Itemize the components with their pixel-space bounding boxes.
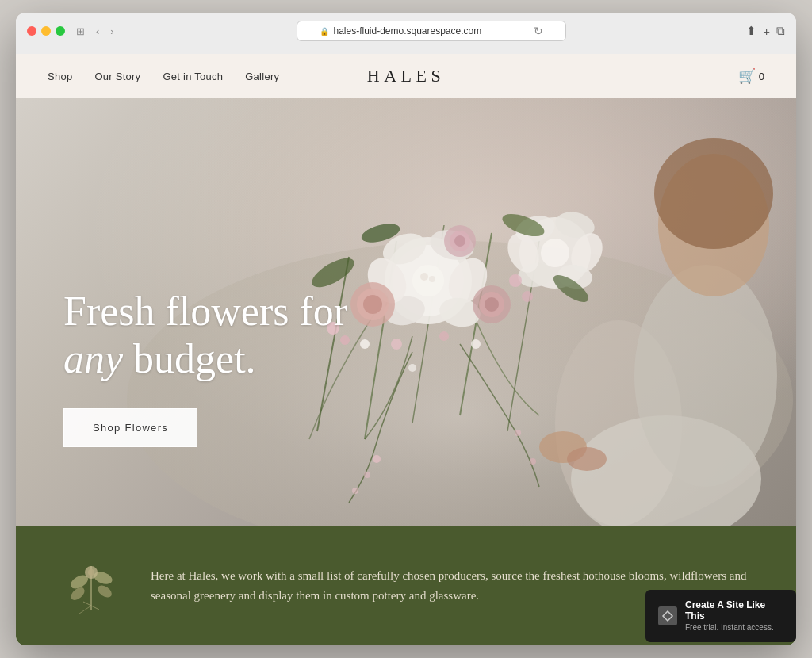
- hero-title-italic: any: [63, 336, 123, 381]
- svg-point-57: [539, 431, 587, 463]
- svg-point-32: [450, 231, 470, 251]
- svg-point-46: [550, 270, 592, 307]
- svg-point-45: [359, 220, 401, 246]
- svg-point-51: [530, 458, 536, 465]
- nav-center: HALES: [286, 66, 525, 86]
- back-icon[interactable]: ‹: [93, 24, 102, 39]
- svg-point-36: [509, 274, 522, 287]
- windows-icon[interactable]: ⧉: [776, 24, 785, 38]
- forward-icon[interactable]: ›: [107, 24, 117, 39]
- svg-point-16: [429, 276, 435, 282]
- svg-point-52: [555, 320, 682, 526]
- svg-point-38: [391, 339, 402, 350]
- svg-point-40: [360, 339, 370, 349]
- svg-point-42: [408, 364, 416, 372]
- minimize-button[interactable]: [41, 26, 51, 36]
- svg-point-12: [381, 293, 427, 328]
- svg-point-53: [571, 415, 761, 526]
- svg-line-5: [508, 241, 539, 431]
- maximize-button[interactable]: [56, 26, 65, 36]
- svg-point-15: [420, 273, 428, 281]
- svg-point-56: [654, 138, 773, 249]
- svg-line-2: [365, 241, 396, 439]
- site-logo: HALES: [367, 66, 445, 86]
- svg-point-18: [513, 212, 558, 247]
- close-button[interactable]: [27, 26, 36, 36]
- svg-point-10: [441, 251, 495, 310]
- svg-point-19: [553, 208, 597, 242]
- squarespace-text: Create A Site Like This Free trial. Inst…: [685, 599, 783, 633]
- address-bar[interactable]: 🔒 hales-fluid-demo.squarespace.com ↻: [297, 21, 566, 41]
- hero-title-rest: budget.: [123, 336, 256, 381]
- svg-point-23: [502, 228, 546, 277]
- flower-illustration-icon: [63, 558, 119, 614]
- nav-shop[interactable]: Shop: [48, 71, 72, 82]
- hero-content: Fresh flowers for any budget. Shop Flowe…: [63, 288, 347, 447]
- nav-get-in-touch[interactable]: Get in Touch: [163, 71, 223, 82]
- svg-point-41: [471, 339, 481, 349]
- url-text: hales-fluid-demo.squarespace.com: [333, 25, 481, 36]
- svg-point-48: [364, 472, 370, 478]
- cart-icon[interactable]: 🛒: [738, 67, 756, 85]
- svg-point-11: [437, 295, 482, 330]
- svg-point-50: [515, 430, 521, 436]
- nav-our-story[interactable]: Our Story: [94, 71, 140, 82]
- svg-point-7: [393, 245, 464, 316]
- svg-point-54: [634, 265, 777, 487]
- svg-point-24: [541, 239, 569, 267]
- address-bar-container: 🔒 hales-fluid-demo.squarespace.com ↻: [125, 21, 739, 41]
- svg-point-26: [357, 289, 389, 320]
- svg-point-65: [88, 569, 94, 576]
- sq-title: Create A Site Like This: [685, 599, 783, 622]
- svg-point-39: [439, 331, 449, 341]
- svg-point-49: [352, 488, 358, 494]
- browser-chrome: ⊞ ‹ › 🔒 hales-fluid-demo.squarespace.com…: [16, 13, 796, 54]
- svg-point-21: [556, 262, 594, 291]
- new-tab-icon[interactable]: +: [763, 25, 770, 38]
- svg-point-44: [500, 209, 547, 241]
- hero-title: Fresh flowers for any budget.: [63, 288, 347, 383]
- svg-point-33: [454, 235, 465, 247]
- svg-point-9: [427, 225, 477, 264]
- hero-title-line1: Fresh flowers for: [63, 289, 347, 334]
- hero-section: Fresh flowers for any budget. Shop Flowe…: [16, 98, 796, 526]
- svg-point-37: [522, 291, 533, 302]
- svg-point-27: [363, 295, 382, 314]
- cart-count: 0: [759, 71, 764, 82]
- nav: Shop Our Story Get in Touch Gallery HALE…: [16, 54, 796, 98]
- browser-top-bar: ⊞ ‹ › 🔒 hales-fluid-demo.squarespace.com…: [27, 21, 785, 41]
- sidebar-toggle-icon[interactable]: ⊞: [73, 24, 88, 39]
- svg-point-14: [412, 265, 444, 296]
- svg-point-30: [485, 297, 499, 312]
- svg-point-29: [479, 292, 504, 317]
- svg-point-47: [373, 455, 381, 463]
- browser-tabs: [27, 48, 785, 54]
- svg-point-63: [95, 583, 113, 599]
- squarespace-logo: [658, 606, 677, 625]
- reload-icon[interactable]: ↻: [534, 25, 543, 37]
- website: Shop Our Story Get in Touch Gallery HALE…: [16, 54, 796, 645]
- svg-point-28: [473, 285, 511, 323]
- browser-actions: ⬆ + ⧉: [746, 24, 785, 38]
- nav-right: 🛒 0: [526, 67, 764, 85]
- svg-point-31: [444, 225, 476, 257]
- lock-icon: 🔒: [320, 27, 329, 36]
- share-icon[interactable]: ⬆: [746, 24, 756, 38]
- svg-point-20: [565, 228, 609, 277]
- svg-point-43: [308, 253, 358, 293]
- browser-window: ⊞ ‹ › 🔒 hales-fluid-demo.squarespace.com…: [16, 13, 796, 645]
- svg-line-4: [460, 233, 492, 415]
- squarespace-banner[interactable]: Create A Site Like This Free trial. Inst…: [645, 590, 796, 642]
- svg-line-3: [412, 225, 444, 423]
- shop-flowers-button[interactable]: Shop Flowers: [63, 408, 197, 447]
- nav-gallery[interactable]: Gallery: [245, 71, 279, 82]
- svg-point-17: [519, 217, 591, 289]
- traffic-lights: [27, 26, 65, 36]
- svg-point-55: [658, 154, 769, 296]
- browser-controls: ⊞ ‹ ›: [73, 24, 117, 39]
- svg-point-6: [385, 237, 472, 324]
- svg-line-67: [79, 606, 91, 614]
- svg-point-58: [567, 447, 607, 471]
- nav-left: Shop Our Story Get in Touch Gallery: [48, 71, 286, 82]
- hero-background: Fresh flowers for any budget. Shop Flowe…: [16, 98, 796, 526]
